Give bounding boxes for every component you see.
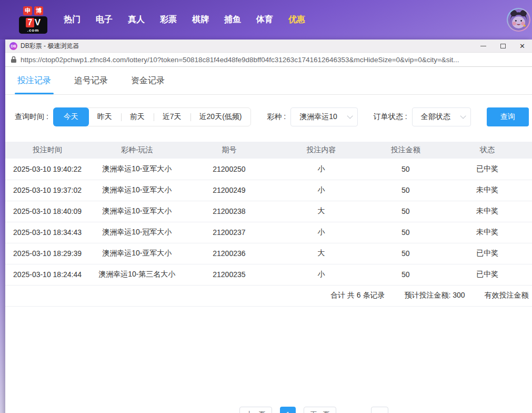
site-nav-menu: 热门电子真人彩票棋牌捕鱼体育优惠 xyxy=(64,14,305,25)
cell-content: 小 xyxy=(274,264,368,285)
cell-status: 已中奖 xyxy=(443,264,532,285)
cell-time: 2025-03-10 18:34:43 xyxy=(5,222,89,243)
cell-issue: 21200238 xyxy=(184,201,274,222)
cell-issue: 21200237 xyxy=(184,222,274,243)
cell-status: 未中奖 xyxy=(443,180,532,201)
tab-投注记录[interactable]: 投注记录 xyxy=(17,67,51,94)
nav-item-电子[interactable]: 电子 xyxy=(96,14,113,25)
lottery-select[interactable]: 澳洲幸运10 xyxy=(290,107,358,126)
cell-content: 大 xyxy=(274,201,368,222)
nav-item-棋牌[interactable]: 棋牌 xyxy=(192,14,209,25)
lottery-select-value: 澳洲幸运10 xyxy=(299,112,337,122)
table-row: 2025-03-10 18:40:09澳洲幸运10-亚军大小21200238大5… xyxy=(5,201,532,222)
time-option-昨天[interactable]: 昨天 xyxy=(88,108,121,126)
cell-issue: 21200235 xyxy=(184,264,274,285)
nav-item-热门[interactable]: 热门 xyxy=(64,14,81,25)
window-controls: ✕ xyxy=(474,40,532,52)
time-option-近7天[interactable]: 近7天 xyxy=(154,108,190,126)
url-bar[interactable]: https://ctop02pchwp1.zfnc84.com/lottery/… xyxy=(5,53,532,67)
column-header-投注时间: 投注时间 xyxy=(5,142,89,159)
order-status-select[interactable]: 全部状态 xyxy=(412,107,471,126)
cell-game: 澳洲幸运10-第三名大小 xyxy=(89,264,184,285)
table-row: 2025-03-10 18:34:43澳洲幸运10-冠军大小21200237小5… xyxy=(5,222,532,243)
window-title: DB彩票 - 极速浏览器 xyxy=(21,42,79,51)
site-logo[interactable]: 申 博 7 V .com xyxy=(18,6,48,34)
nav-item-捕鱼[interactable]: 捕鱼 xyxy=(224,14,241,25)
tab-bar: 投注记录追号记录资金记录 xyxy=(5,67,532,95)
logo-brand-v: V xyxy=(35,18,41,27)
current-page-button[interactable]: 1 xyxy=(280,407,296,413)
close-icon: ✕ xyxy=(519,43,525,50)
lottery-filter-label: 彩种 : xyxy=(267,112,286,122)
browser-window: DB DB彩票 - 极速浏览器 ✕ https://ctop02pchwp1.z… xyxy=(5,40,532,413)
prev-page-button[interactable]: 上一页 xyxy=(239,407,272,413)
time-option-近20天(低频)[interactable]: 近20天(低频) xyxy=(190,108,251,126)
cell-game: 澳洲幸运10-亚军大小 xyxy=(89,159,184,180)
chevron-down-icon xyxy=(460,113,466,119)
pagination: 上一页 1 下一页 xyxy=(239,407,388,413)
nav-item-彩票[interactable]: 彩票 xyxy=(160,14,177,25)
cell-amount: 50 xyxy=(369,222,443,243)
tab-资金记录[interactable]: 资金记录 xyxy=(131,67,165,94)
avatar-image xyxy=(508,9,529,31)
cell-time: 2025-03-10 19:37:02 xyxy=(5,180,89,201)
time-option-前天[interactable]: 前天 xyxy=(121,108,154,126)
minimize-button[interactable] xyxy=(474,40,493,52)
cell-content: 小 xyxy=(274,180,368,201)
column-header-状态: 状态 xyxy=(443,142,532,159)
cell-game: 澳洲幸运10-亚军大小 xyxy=(89,201,184,222)
table-body: 2025-03-10 19:40:22澳洲幸运10-亚军大小21200250小5… xyxy=(5,159,532,285)
cell-content: 小 xyxy=(274,159,368,180)
cell-amount: 50 xyxy=(369,201,443,222)
cell-game: 澳洲幸运10-冠军大小 xyxy=(89,222,184,243)
nav-item-优惠[interactable]: 优惠 xyxy=(288,14,305,25)
filter-bar: 查询时间 : 今天昨天前天近7天近20天(低频) 彩种 : 澳洲幸运10 订单状… xyxy=(5,107,532,126)
cell-time: 2025-03-10 18:40:09 xyxy=(5,201,89,222)
page-jump-input[interactable] xyxy=(371,407,388,413)
cell-time: 2025-03-10 19:40:22 xyxy=(5,159,89,180)
cell-status: 未中奖 xyxy=(443,222,532,243)
table-header: 投注时间彩种-玩法期号投注内容投注金额状态 xyxy=(5,142,532,159)
cell-issue: 21200236 xyxy=(184,243,274,264)
summary-record-count: 合计 共 6 条记录 xyxy=(330,291,385,300)
logo-badge-left: 申 xyxy=(23,6,32,15)
summary-bar: 合计 共 6 条记录 预计投注金额: 300 有效投注金额 xyxy=(5,286,532,307)
table-row: 2025-03-10 19:40:22澳洲幸运10-亚军大小21200250小5… xyxy=(5,159,532,180)
cell-time: 2025-03-10 18:29:39 xyxy=(5,243,89,264)
table-row: 2025-03-10 18:29:39澳洲幸运10-亚军大小21200236大5… xyxy=(5,243,532,264)
search-button[interactable]: 查询 xyxy=(487,107,529,126)
logo-badge-right: 博 xyxy=(34,6,43,15)
cell-amount: 50 xyxy=(369,180,443,201)
cell-content: 小 xyxy=(274,222,368,243)
site-nav: 申 博 7 V .com 热门电子真人彩票棋牌捕鱼体育优惠 xyxy=(0,0,532,40)
time-filter-label: 查询时间 : xyxy=(15,112,48,122)
cell-issue: 21200249 xyxy=(184,180,274,201)
lock-icon xyxy=(11,56,17,63)
maximize-button[interactable] xyxy=(493,40,513,52)
cell-amount: 50 xyxy=(369,264,443,285)
tab-追号记录[interactable]: 追号记录 xyxy=(74,67,108,94)
maximize-icon xyxy=(500,44,506,48)
nav-item-体育[interactable]: 体育 xyxy=(256,14,273,25)
time-option-今天[interactable]: 今天 xyxy=(53,107,89,126)
url-text: https://ctop02pchwp1.zfnc84.com/lottery/… xyxy=(21,56,527,64)
close-button[interactable]: ✕ xyxy=(513,40,532,52)
next-page-button[interactable]: 下一页 xyxy=(304,407,336,413)
cell-issue: 21200250 xyxy=(184,159,274,180)
logo-brand-7: 7 xyxy=(26,18,34,27)
cell-amount: 50 xyxy=(369,243,443,264)
column-header-投注内容: 投注内容 xyxy=(274,142,368,159)
cell-amount: 50 xyxy=(369,159,443,180)
user-avatar[interactable] xyxy=(507,8,530,32)
table-row: 2025-03-10 18:24:44澳洲幸运10-第三名大小21200235小… xyxy=(5,264,532,285)
page-content: 投注记录追号记录资金记录 查询时间 : 今天昨天前天近7天近20天(低频) 彩种… xyxy=(5,67,532,413)
chevron-down-icon xyxy=(347,113,353,119)
cell-time: 2025-03-10 18:24:44 xyxy=(5,264,89,285)
summary-valid-amount: 有效投注金额 xyxy=(485,291,529,300)
favicon-icon: DB xyxy=(9,42,17,50)
nav-item-真人[interactable]: 真人 xyxy=(128,14,145,25)
cell-status: 已中奖 xyxy=(443,243,532,264)
minimize-icon xyxy=(480,46,486,46)
cell-game: 澳洲幸运10-亚军大小 xyxy=(89,180,184,201)
cell-content: 大 xyxy=(274,243,368,264)
